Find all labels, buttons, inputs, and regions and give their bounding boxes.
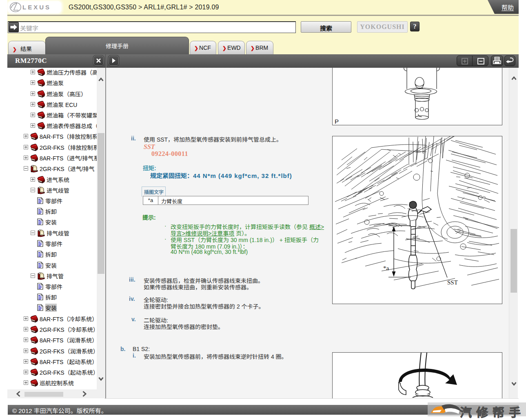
svg-text:LEXUS: LEXUS <box>22 4 51 11</box>
svg-text:SST: SST <box>447 279 458 286</box>
svg-text:P: P <box>335 118 339 124</box>
svg-text:*a: *a <box>383 265 389 271</box>
